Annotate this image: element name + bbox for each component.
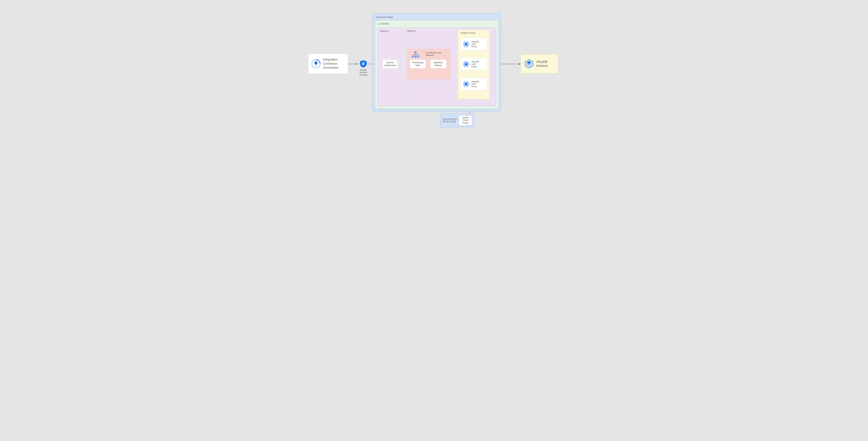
alloydb-icon — [524, 59, 534, 69]
load-balancer-icon — [412, 52, 420, 58]
integration-connector-tile: Integration Connector Connection — [308, 54, 348, 74]
psc-node: Private Service Connect — [357, 60, 369, 76]
svg-rect-13 — [415, 52, 417, 53]
alloydb-instance: AlloyDB Instance — [521, 54, 558, 73]
svg-rect-10 — [316, 64, 316, 66]
proxy-tile-1: AlloyDB Auth Proxy — [460, 38, 487, 50]
svg-rect-9 — [316, 61, 317, 62]
svg-rect-19 — [418, 56, 420, 58]
cpu-icon — [463, 61, 470, 68]
cpu-icon — [463, 81, 470, 88]
svg-rect-21 — [465, 43, 467, 45]
backend-service: Backend Service — [430, 60, 446, 68]
architecture-diagram: Integration Connector Connection Private… — [300, 0, 568, 132]
svg-rect-7 — [315, 62, 317, 64]
health-check-block: 130.211.0.0/22 35.191.0.0/16 Health Chec… — [440, 113, 474, 127]
svg-rect-17 — [415, 56, 417, 58]
health-check-prober: Health Check Prober — [459, 115, 472, 125]
svg-rect-8 — [315, 61, 316, 62]
svg-rect-35 — [465, 63, 467, 65]
plug-icon — [311, 59, 320, 68]
cpu-icon — [463, 41, 470, 48]
forwarding-rule: Forwarding Rule — [410, 60, 426, 68]
svg-rect-49 — [465, 83, 467, 85]
svg-rect-15 — [413, 56, 414, 58]
shield-icon — [359, 60, 367, 68]
proxy-tile-2: AlloyDB Auth Proxy — [460, 58, 487, 71]
service-attachment: Service Attachment — [383, 60, 398, 68]
psc-label: Private Service Connect — [357, 69, 369, 76]
integration-connector-title: Integration Connector Connection — [323, 58, 339, 70]
proxy-tile-3: AlloyDB Auth Proxy — [460, 78, 487, 91]
health-check-ips: 130.211.0.0/22 35.191.0.0/16 — [442, 118, 457, 123]
